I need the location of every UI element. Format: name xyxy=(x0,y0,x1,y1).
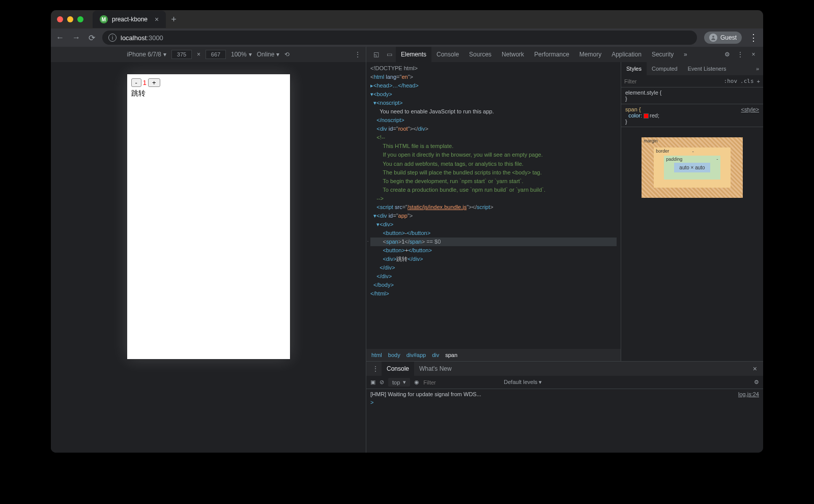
tab-elements[interactable]: Elements xyxy=(396,47,431,62)
counter-value: 1 xyxy=(143,79,147,86)
more-styles-tabs-icon[interactable]: » xyxy=(752,66,763,72)
tab-performance[interactable]: Performance xyxy=(529,47,574,62)
increment-button[interactable]: + xyxy=(148,78,160,87)
close-window-button[interactable] xyxy=(57,16,63,22)
site-info-icon[interactable]: i xyxy=(108,34,117,42)
minimize-window-button[interactable] xyxy=(67,16,73,22)
styles-panel: Styles Computed Event Listeners » :hov .… xyxy=(621,62,763,361)
svg-point-0 xyxy=(712,36,714,38)
browser-tabs: M preact-kbone × + xyxy=(93,11,177,28)
viewport-area: - 1 + 跳转 xyxy=(51,62,366,453)
device-select[interactable]: iPhone 6/7/8 ▾ xyxy=(127,51,166,58)
devtools-menu-icon[interactable]: ⋮ xyxy=(734,51,747,58)
throttling-select[interactable]: Online ▾ xyxy=(257,51,280,58)
close-tab-icon[interactable]: × xyxy=(155,15,159,23)
address-bar[interactable]: i localhost:3000 xyxy=(102,31,697,45)
browser-toolbar: ← → ⟳ i localhost:3000 Guest ⋮ xyxy=(51,28,763,47)
event-listeners-tab[interactable]: Event Listeners xyxy=(683,62,732,75)
styles-filter-input[interactable] xyxy=(624,78,721,84)
titlebar: M preact-kbone × + xyxy=(51,10,763,28)
browser-tab[interactable]: M preact-kbone × xyxy=(93,11,166,28)
reload-button[interactable]: ⟳ xyxy=(89,33,95,43)
console-output[interactable]: [HMR] Waiting for update signal from WDS… xyxy=(366,389,763,453)
devtools-pane: ◱ ▭ Elements Console Sources Network Per… xyxy=(366,47,763,453)
toggle-device-icon[interactable]: ▭ xyxy=(383,51,396,58)
tab-title: preact-kbone xyxy=(112,16,148,23)
forward-button[interactable]: → xyxy=(72,33,80,43)
profile-label: Guest xyxy=(720,34,737,41)
elements-panel: <!DOCTYPE html> <html lang="en"> ▸<head>… xyxy=(366,62,621,361)
devtools-tabstrip: ◱ ▭ Elements Console Sources Network Per… xyxy=(366,47,763,62)
rendered-page: - 1 + 跳转 xyxy=(127,74,290,359)
console-settings-icon[interactable]: ⚙ xyxy=(754,379,759,386)
element-style-block[interactable]: element.style { } xyxy=(621,87,763,104)
dimension-separator: × xyxy=(197,51,200,58)
profile-chip[interactable]: Guest xyxy=(704,32,742,44)
more-tabs-icon[interactable]: » xyxy=(679,51,692,58)
tab-application[interactable]: Application xyxy=(606,47,647,62)
device-preview-pane: iPhone 6/7/8 ▾ × 100% ▾ Online ▾ ⟲ ⋮ - 1… xyxy=(51,47,366,453)
settings-icon[interactable]: ⚙ xyxy=(720,51,734,58)
favicon: M xyxy=(100,15,108,23)
box-model-diagram[interactable]: margin border- padding- auto × auto xyxy=(621,127,763,208)
tab-console[interactable]: Console xyxy=(431,47,464,62)
new-style-rule-icon[interactable]: + xyxy=(757,78,760,84)
console-filter-input[interactable] xyxy=(423,379,500,386)
tab-memory[interactable]: Memory xyxy=(574,47,606,62)
drawer-menu-icon[interactable]: ⋮ xyxy=(369,365,382,372)
chevron-down-icon: ▾ xyxy=(163,51,166,58)
nav-link[interactable]: 跳转 xyxy=(131,89,286,98)
selected-dom-node[interactable]: ⋯ <span>1</span> == $0 xyxy=(370,238,617,246)
browser-menu-button[interactable]: ⋮ xyxy=(749,32,758,43)
console-sidebar-icon[interactable]: ▣ xyxy=(370,379,375,386)
close-drawer-icon[interactable]: × xyxy=(750,365,760,373)
tab-network[interactable]: Network xyxy=(497,47,529,62)
rotate-icon[interactable]: ⟲ xyxy=(284,51,289,58)
drawer-tab-whatsnew[interactable]: What's New xyxy=(414,362,457,376)
console-prompt[interactable]: > xyxy=(370,399,759,405)
computed-tab[interactable]: Computed xyxy=(647,62,683,75)
device-toolbar: iPhone 6/7/8 ▾ × 100% ▾ Online ▾ ⟲ ⋮ xyxy=(51,47,366,62)
styles-tab[interactable]: Styles xyxy=(621,62,647,75)
cls-toggle[interactable]: .cls xyxy=(740,78,754,84)
maximize-window-button[interactable] xyxy=(77,16,83,22)
log-levels-select[interactable]: Default levels ▾ xyxy=(504,379,542,386)
decrement-button[interactable]: - xyxy=(131,78,141,87)
breadcrumb[interactable]: html body div#app div span xyxy=(366,349,621,361)
console-drawer: ⋮ Console What's New × ▣ ⊘ top ▾ ◉ Defau… xyxy=(366,361,763,453)
css-rule-block[interactable]: <style> span { color: red; } xyxy=(621,104,763,127)
clear-console-icon[interactable]: ⊘ xyxy=(380,379,384,386)
close-devtools-icon[interactable]: × xyxy=(747,51,760,58)
url-host: localhost xyxy=(121,34,147,42)
viewport-height-input[interactable] xyxy=(206,50,226,59)
back-button[interactable]: ← xyxy=(56,33,64,43)
browser-window: M preact-kbone × + ← → ⟳ i localhost:300… xyxy=(51,10,763,453)
eye-icon[interactable]: ◉ xyxy=(414,379,419,386)
execution-context-select[interactable]: top ▾ xyxy=(388,378,410,387)
zoom-select[interactable]: 100% ▾ xyxy=(231,51,252,58)
traffic-lights xyxy=(57,16,83,22)
console-source-link[interactable]: log.js:24 xyxy=(738,391,759,397)
new-tab-button[interactable]: + xyxy=(171,14,177,25)
inspect-element-icon[interactable]: ◱ xyxy=(369,51,383,58)
url-port: :3000 xyxy=(147,34,163,42)
avatar-icon xyxy=(709,34,717,42)
hov-toggle[interactable]: :hov xyxy=(724,78,738,84)
console-message: [HMR] Waiting for update signal from WDS… xyxy=(370,391,481,397)
more-options-icon[interactable]: ⋮ xyxy=(355,51,361,58)
color-swatch[interactable] xyxy=(644,113,649,118)
tab-security[interactable]: Security xyxy=(647,47,679,62)
dom-tree[interactable]: <!DOCTYPE html> <html lang="en"> ▸<head>… xyxy=(366,62,621,349)
tab-sources[interactable]: Sources xyxy=(464,47,497,62)
viewport-width-input[interactable] xyxy=(171,50,192,59)
drawer-tab-console[interactable]: Console xyxy=(382,362,414,376)
